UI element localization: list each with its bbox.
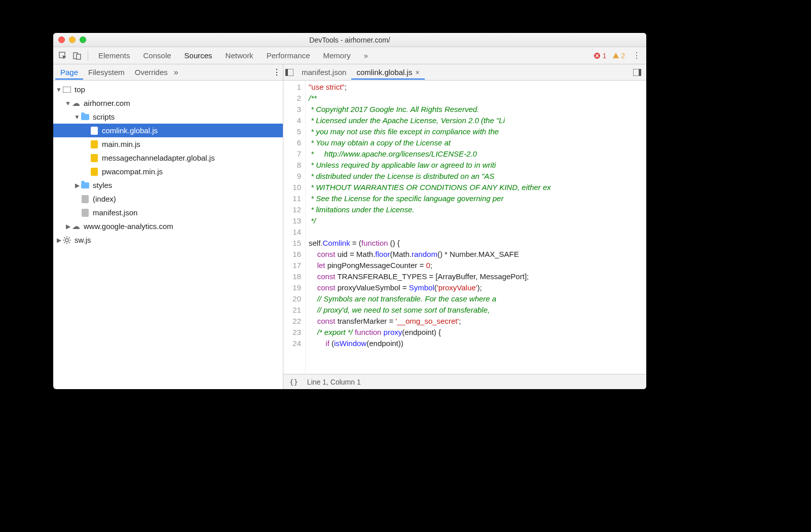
separator: [88, 51, 88, 61]
code-editor[interactable]: 123456789101112131415161718192021222324 …: [283, 81, 646, 374]
pretty-print-icon[interactable]: {}: [289, 378, 298, 386]
tree-domain-ga[interactable]: ▶ ☁ www.google-analytics.com: [53, 219, 283, 233]
document-icon: [81, 208, 90, 217]
tree-file-manifest[interactable]: manifest.json: [53, 206, 283, 219]
editor-pane: manifest.json comlink.global.js × 123456…: [283, 64, 646, 389]
warning-icon: [612, 52, 619, 59]
tree-top[interactable]: ▼ top: [53, 83, 283, 96]
tree-label: scripts: [93, 112, 115, 121]
disclosure-triangle-icon: ▶: [64, 223, 71, 230]
panel-toolbar: Elements Console Sources Network Perform…: [53, 47, 646, 64]
tree-label: sw.js: [75, 236, 91, 244]
tab-sources[interactable]: Sources: [179, 48, 217, 63]
tree-folder-styles[interactable]: ▶ styles: [53, 178, 283, 192]
traffic-lights: [53, 36, 86, 43]
tree-label: pwacompat.min.js: [102, 167, 163, 176]
editor-tabs: manifest.json comlink.global.js ×: [283, 64, 646, 81]
toggle-debugger-icon[interactable]: [633, 69, 644, 76]
disclosure-triangle-icon: ▼: [55, 86, 62, 93]
navigator-pane: Page Filesystem Overrides » ⋮ ▼ top ▼ ☁ …: [53, 64, 283, 389]
svg-line-13: [64, 242, 65, 243]
tab-overflow[interactable]: »: [359, 48, 373, 63]
kebab-menu-icon[interactable]: ⋮: [631, 50, 642, 61]
error-icon: [594, 52, 601, 59]
tab-memory[interactable]: Memory: [318, 48, 356, 63]
frame-icon: [62, 85, 71, 94]
error-counter[interactable]: 1: [594, 52, 606, 60]
file-tab-manifest[interactable]: manifest.json: [297, 65, 351, 80]
navigator-tabs: Page Filesystem Overrides » ⋮: [53, 64, 283, 81]
folder-icon: [81, 181, 90, 190]
minimize-window-button[interactable]: [69, 36, 76, 43]
tree-label: top: [75, 85, 85, 94]
tree-file-pwacompat[interactable]: pwacompat.min.js: [53, 165, 283, 178]
svg-rect-4: [63, 87, 71, 93]
device-toolbar-icon[interactable]: [71, 50, 83, 61]
zoom-window-button[interactable]: [80, 36, 86, 43]
folder-icon: [81, 112, 90, 122]
disclosure-triangle-icon: ▼: [64, 100, 71, 107]
tree-file-mainmin[interactable]: main.min.js: [53, 137, 283, 151]
tab-network[interactable]: Network: [220, 48, 259, 63]
svg-point-5: [65, 239, 68, 242]
main-split: Page Filesystem Overrides » ⋮ ▼ top ▼ ☁ …: [53, 64, 646, 389]
error-count-text: 1: [602, 52, 606, 60]
tab-console[interactable]: Console: [138, 48, 176, 63]
tree-file-comlink[interactable]: comlink.global.js: [53, 124, 283, 137]
tab-elements[interactable]: Elements: [93, 48, 135, 63]
svg-line-12: [69, 237, 70, 238]
disclosure-triangle-icon: ▶: [55, 237, 62, 244]
line-gutter: 123456789101112131415161718192021222324: [283, 81, 306, 374]
file-tab-label: comlink.global.js: [356, 68, 412, 77]
devtools-window: DevTools - airhorner.com/ Elements Conso…: [53, 33, 646, 389]
tree-label: airhorner.com: [84, 99, 130, 107]
inspect-element-icon[interactable]: [57, 50, 68, 61]
tree-label: main.min.js: [102, 140, 140, 148]
cloud-icon: ☁: [71, 222, 81, 231]
tree-domain[interactable]: ▼ ☁ airhorner.com: [53, 96, 283, 110]
js-file-icon: [90, 167, 99, 176]
gear-icon: [62, 236, 71, 245]
editor-statusbar: {} Line 1, Column 1: [283, 374, 646, 389]
close-tab-icon[interactable]: ×: [415, 68, 419, 77]
navigator-tab-page[interactable]: Page: [55, 65, 83, 80]
tree-label: manifest.json: [93, 208, 137, 217]
tree-file-mca[interactable]: messagechanneladapter.global.js: [53, 151, 283, 165]
tab-performance[interactable]: Performance: [262, 48, 315, 63]
svg-rect-15: [285, 69, 288, 76]
file-tab-label: manifest.json: [302, 68, 346, 77]
cloud-icon: ☁: [71, 99, 81, 108]
titlebar: DevTools - airhorner.com/: [53, 33, 646, 47]
tree-sw[interactable]: ▶ sw.js: [53, 233, 283, 247]
tree-label: styles: [93, 181, 112, 189]
js-file-icon: [90, 154, 99, 163]
svg-rect-17: [639, 69, 641, 76]
toggle-navigator-icon[interactable]: [285, 69, 297, 76]
warn-count-text: 2: [621, 52, 625, 60]
svg-line-10: [64, 237, 65, 238]
document-icon: [81, 195, 90, 204]
file-tree: ▼ top ▼ ☁ airhorner.com ▼ scripts comlin…: [53, 81, 283, 389]
tree-folder-scripts[interactable]: ▼ scripts: [53, 110, 283, 124]
navigator-tab-overflow[interactable]: »: [174, 68, 178, 77]
js-file-icon: [90, 140, 99, 149]
disclosure-triangle-icon: ▶: [73, 182, 81, 189]
tree-label: comlink.global.js: [102, 126, 158, 135]
js-file-icon: [90, 126, 99, 135]
svg-rect-2: [77, 54, 81, 59]
close-window-button[interactable]: [58, 36, 65, 43]
file-tab-comlink[interactable]: comlink.global.js ×: [351, 65, 424, 80]
code-content: "use strict";/** * Copyright 2017 Google…: [306, 81, 646, 374]
warning-counter[interactable]: 2: [612, 52, 625, 60]
window-title: DevTools - airhorner.com/: [53, 36, 646, 44]
tree-label: messagechanneladapter.global.js: [102, 154, 215, 162]
navigator-menu-icon[interactable]: ⋮: [273, 67, 281, 77]
tree-file-index[interactable]: (index): [53, 192, 283, 206]
svg-line-11: [69, 242, 70, 243]
navigator-tab-filesystem[interactable]: Filesystem: [83, 65, 130, 80]
disclosure-triangle-icon: ▼: [73, 113, 81, 121]
navigator-tab-overrides[interactable]: Overrides: [130, 65, 173, 80]
tree-label: (index): [93, 195, 116, 203]
tree-label: www.google-analytics.com: [84, 222, 173, 231]
cursor-position: Line 1, Column 1: [307, 378, 361, 386]
